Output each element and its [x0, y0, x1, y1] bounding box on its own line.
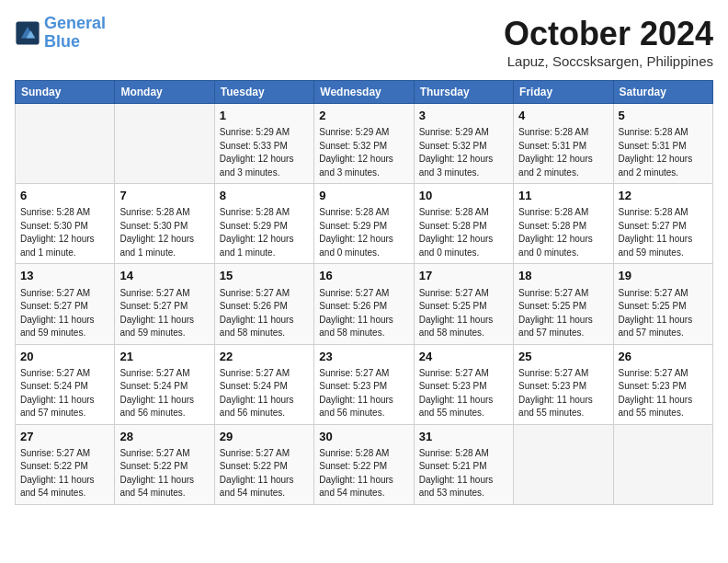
day-number: 27 — [20, 429, 109, 445]
cell-content: Sunrise: 5:27 AM Sunset: 5:26 PM Dayligh… — [220, 287, 309, 340]
day-number: 6 — [20, 188, 109, 204]
calendar-cell: 3Sunrise: 5:29 AM Sunset: 5:32 PM Daylig… — [414, 104, 513, 184]
calendar-cell: 11Sunrise: 5:28 AM Sunset: 5:28 PM Dayli… — [514, 184, 613, 264]
cell-content: Sunrise: 5:28 AM Sunset: 5:22 PM Dayligh… — [319, 447, 408, 500]
cell-content: Sunrise: 5:28 AM Sunset: 5:27 PM Dayligh… — [619, 206, 708, 259]
day-number: 17 — [419, 268, 508, 284]
calendar-cell: 20Sunrise: 5:27 AM Sunset: 5:24 PM Dayli… — [16, 344, 115, 424]
calendar-cell: 19Sunrise: 5:27 AM Sunset: 5:25 PM Dayli… — [613, 264, 712, 344]
cell-content: Sunrise: 5:29 AM Sunset: 5:32 PM Dayligh… — [319, 126, 408, 179]
calendar-cell: 31Sunrise: 5:28 AM Sunset: 5:21 PM Dayli… — [414, 424, 513, 504]
calendar-cell: 27Sunrise: 5:27 AM Sunset: 5:22 PM Dayli… — [16, 424, 115, 504]
day-number: 26 — [619, 349, 708, 365]
header-cell-thursday: Thursday — [414, 81, 513, 104]
calendar-cell: 24Sunrise: 5:27 AM Sunset: 5:23 PM Dayli… — [414, 344, 513, 424]
calendar-cell: 7Sunrise: 5:28 AM Sunset: 5:30 PM Daylig… — [115, 184, 214, 264]
location-subtitle: Lapuz, Soccsksargen, Philippines — [504, 53, 713, 69]
week-row-5: 27Sunrise: 5:27 AM Sunset: 5:22 PM Dayli… — [16, 424, 713, 504]
day-number: 11 — [518, 188, 608, 204]
day-number: 1 — [220, 108, 309, 124]
calendar-cell: 18Sunrise: 5:27 AM Sunset: 5:25 PM Dayli… — [514, 264, 613, 344]
day-number: 8 — [220, 188, 309, 204]
cell-content: Sunrise: 5:29 AM Sunset: 5:32 PM Dayligh… — [419, 126, 508, 179]
day-number: 13 — [20, 268, 109, 284]
title-block: October 2024 Lapuz, Soccsksargen, Philip… — [504, 15, 713, 69]
week-row-3: 13Sunrise: 5:27 AM Sunset: 5:27 PM Dayli… — [16, 264, 713, 344]
cell-content: Sunrise: 5:27 AM Sunset: 5:24 PM Dayligh… — [20, 367, 109, 420]
calendar-cell: 5Sunrise: 5:28 AM Sunset: 5:31 PM Daylig… — [613, 104, 712, 184]
day-number: 10 — [419, 188, 508, 204]
cell-content: Sunrise: 5:27 AM Sunset: 5:24 PM Dayligh… — [220, 367, 309, 420]
calendar-cell: 1Sunrise: 5:29 AM Sunset: 5:33 PM Daylig… — [214, 104, 313, 184]
calendar-cell: 17Sunrise: 5:27 AM Sunset: 5:25 PM Dayli… — [414, 264, 513, 344]
cell-content: Sunrise: 5:27 AM Sunset: 5:23 PM Dayligh… — [419, 367, 508, 420]
cell-content: Sunrise: 5:27 AM Sunset: 5:23 PM Dayligh… — [319, 367, 408, 420]
calendar-cell: 25Sunrise: 5:27 AM Sunset: 5:23 PM Dayli… — [514, 344, 613, 424]
header-cell-friday: Friday — [514, 81, 613, 104]
cell-content: Sunrise: 5:27 AM Sunset: 5:22 PM Dayligh… — [119, 447, 209, 500]
calendar-cell — [115, 104, 214, 184]
cell-content: Sunrise: 5:27 AM Sunset: 5:26 PM Dayligh… — [319, 287, 408, 340]
calendar-cell: 30Sunrise: 5:28 AM Sunset: 5:22 PM Dayli… — [314, 424, 414, 504]
header-cell-monday: Monday — [115, 81, 214, 104]
week-row-2: 6Sunrise: 5:28 AM Sunset: 5:30 PM Daylig… — [16, 184, 713, 264]
day-number: 22 — [220, 349, 309, 365]
calendar-cell — [613, 424, 712, 504]
calendar-cell: 2Sunrise: 5:29 AM Sunset: 5:32 PM Daylig… — [314, 104, 414, 184]
calendar-cell: 4Sunrise: 5:28 AM Sunset: 5:31 PM Daylig… — [514, 104, 613, 184]
calendar-cell: 26Sunrise: 5:27 AM Sunset: 5:23 PM Dayli… — [613, 344, 712, 424]
calendar-cell: 6Sunrise: 5:28 AM Sunset: 5:30 PM Daylig… — [16, 184, 115, 264]
calendar-cell: 28Sunrise: 5:27 AM Sunset: 5:22 PM Dayli… — [115, 424, 214, 504]
cell-content: Sunrise: 5:28 AM Sunset: 5:28 PM Dayligh… — [518, 206, 608, 259]
cell-content: Sunrise: 5:27 AM Sunset: 5:25 PM Dayligh… — [518, 287, 608, 340]
cell-content: Sunrise: 5:28 AM Sunset: 5:29 PM Dayligh… — [319, 206, 408, 259]
cell-content: Sunrise: 5:27 AM Sunset: 5:27 PM Dayligh… — [20, 287, 109, 340]
day-number: 30 — [319, 429, 408, 445]
calendar-cell: 13Sunrise: 5:27 AM Sunset: 5:27 PM Dayli… — [16, 264, 115, 344]
calendar-cell: 8Sunrise: 5:28 AM Sunset: 5:29 PM Daylig… — [214, 184, 313, 264]
calendar-cell — [16, 104, 115, 184]
day-number: 18 — [518, 268, 608, 284]
week-row-4: 20Sunrise: 5:27 AM Sunset: 5:24 PM Dayli… — [16, 344, 713, 424]
header-cell-tuesday: Tuesday — [214, 81, 313, 104]
day-number: 15 — [220, 268, 309, 284]
calendar-cell: 12Sunrise: 5:28 AM Sunset: 5:27 PM Dayli… — [613, 184, 712, 264]
day-number: 3 — [419, 108, 508, 124]
logo: General Blue — [15, 15, 106, 52]
calendar-table: SundayMondayTuesdayWednesdayThursdayFrid… — [15, 80, 713, 505]
cell-content: Sunrise: 5:27 AM Sunset: 5:27 PM Dayligh… — [119, 287, 209, 340]
day-number: 25 — [518, 349, 608, 365]
day-number: 14 — [119, 268, 209, 284]
day-number: 5 — [619, 108, 708, 124]
calendar-cell: 10Sunrise: 5:28 AM Sunset: 5:28 PM Dayli… — [414, 184, 513, 264]
day-number: 31 — [419, 429, 508, 445]
calendar-cell: 16Sunrise: 5:27 AM Sunset: 5:26 PM Dayli… — [314, 264, 414, 344]
cell-content: Sunrise: 5:27 AM Sunset: 5:22 PM Dayligh… — [20, 447, 109, 500]
logo-general: General — [44, 14, 106, 32]
calendar-cell: 23Sunrise: 5:27 AM Sunset: 5:23 PM Dayli… — [314, 344, 414, 424]
calendar-cell: 21Sunrise: 5:27 AM Sunset: 5:24 PM Dayli… — [115, 344, 214, 424]
cell-content: Sunrise: 5:27 AM Sunset: 5:25 PM Dayligh… — [419, 287, 508, 340]
day-number: 21 — [119, 349, 209, 365]
day-number: 16 — [319, 268, 408, 284]
cell-content: Sunrise: 5:27 AM Sunset: 5:25 PM Dayligh… — [619, 287, 708, 340]
cell-content: Sunrise: 5:27 AM Sunset: 5:23 PM Dayligh… — [518, 367, 608, 420]
header-cell-sunday: Sunday — [16, 81, 115, 104]
day-number: 2 — [319, 108, 408, 124]
header-cell-saturday: Saturday — [613, 81, 712, 104]
calendar-cell: 14Sunrise: 5:27 AM Sunset: 5:27 PM Dayli… — [115, 264, 214, 344]
cell-content: Sunrise: 5:28 AM Sunset: 5:21 PM Dayligh… — [419, 447, 508, 500]
week-row-1: 1Sunrise: 5:29 AM Sunset: 5:33 PM Daylig… — [16, 104, 713, 184]
logo-icon — [15, 20, 40, 46]
calendar-cell: 9Sunrise: 5:28 AM Sunset: 5:29 PM Daylig… — [314, 184, 414, 264]
day-number: 28 — [119, 429, 209, 445]
cell-content: Sunrise: 5:28 AM Sunset: 5:30 PM Dayligh… — [119, 206, 209, 259]
day-number: 23 — [319, 349, 408, 365]
day-number: 7 — [119, 188, 209, 204]
header-cell-wednesday: Wednesday — [314, 81, 414, 104]
cell-content: Sunrise: 5:27 AM Sunset: 5:22 PM Dayligh… — [220, 447, 309, 500]
cell-content: Sunrise: 5:28 AM Sunset: 5:31 PM Dayligh… — [518, 126, 608, 179]
calendar-cell — [514, 424, 613, 504]
cell-content: Sunrise: 5:28 AM Sunset: 5:31 PM Dayligh… — [619, 126, 708, 179]
cell-content: Sunrise: 5:29 AM Sunset: 5:33 PM Dayligh… — [220, 126, 309, 179]
